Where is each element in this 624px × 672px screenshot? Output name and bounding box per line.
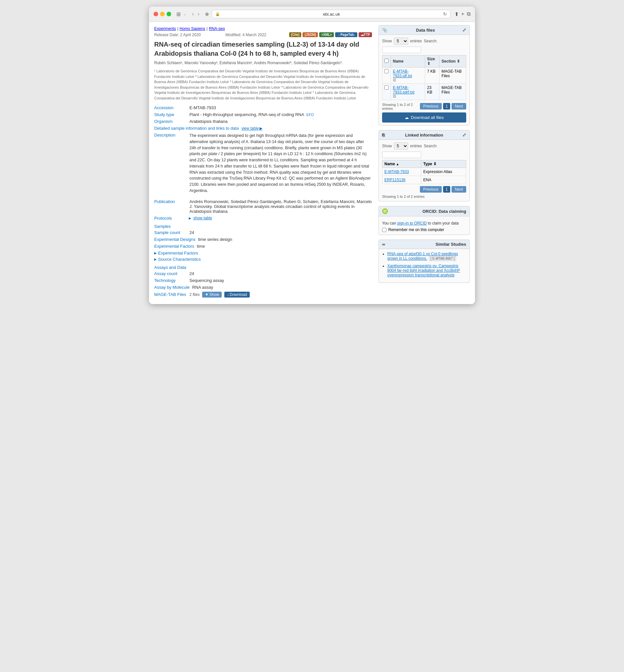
study-type-row: Study type Plant - High-throughput seque… xyxy=(154,112,372,117)
remember-me-checkbox[interactable] xyxy=(382,228,386,232)
next-button[interactable]: Next xyxy=(451,103,466,109)
page-number: 1 xyxy=(443,103,450,109)
file-name-link[interactable]: E-MTAB-7933.sdrf.txt xyxy=(393,85,414,95)
browser-actions: ⬆ + ⧉ xyxy=(454,11,470,17)
li-previous-button[interactable]: Previous xyxy=(420,186,442,193)
li-entries-select[interactable]: 51025 xyxy=(394,142,408,150)
similar-studies-icon: ∞ xyxy=(382,242,385,247)
file-name-link[interactable]: E-MTAB-7933.idf.txt xyxy=(393,69,412,78)
description-section: Description The experiment was designed … xyxy=(154,133,372,197)
li-name-cell: ERP115136 xyxy=(383,176,421,184)
close-button[interactable] xyxy=(154,12,158,16)
previous-button[interactable]: Previous xyxy=(420,103,442,109)
breadcrumb-experiments[interactable]: Experiments xyxy=(154,26,176,31)
forward-button[interactable]: › xyxy=(196,10,201,18)
entries-label: entries xyxy=(410,39,422,43)
row-checkbox[interactable] xyxy=(384,85,389,90)
download-files-button[interactable]: ↓ Download xyxy=(224,292,250,298)
samples-header: Samples xyxy=(154,224,372,229)
table-row: E-MTAB-7933.idf.txt 🖼 7 KB MAGE-TAB File… xyxy=(383,68,466,84)
table-row: ERP115136 ENA xyxy=(383,176,466,184)
li-search-label: Search: xyxy=(424,144,437,148)
share-button[interactable]: ⬆ xyxy=(454,11,459,17)
json-button[interactable]: {JSON} xyxy=(303,32,318,37)
data-files-expand-icon[interactable]: ⤢ xyxy=(462,27,466,33)
entries-select[interactable]: 51025 xyxy=(394,37,408,45)
file-name-cell: E-MTAB-7933.sdrf.txt 🖼 xyxy=(391,84,425,100)
expand-arrow-icon: ▶ xyxy=(154,251,157,255)
tabs-button[interactable]: ⧉ xyxy=(467,11,470,17)
protocols-label: Protocols xyxy=(154,216,187,221)
li-next-button[interactable]: Next xyxy=(451,186,466,193)
show-table-link[interactable]: show table xyxy=(193,216,212,220)
linked-info-pagination: Previous 1 Next xyxy=(382,186,466,193)
authors-text: Rubén Schlaen¹, Marcelo Yanovsky², Estef… xyxy=(154,61,343,65)
ftp-button[interactable]: ☁FTP xyxy=(359,32,372,37)
show-files-button[interactable]: ▼ ▼ Show Show xyxy=(202,292,222,298)
search-label: Search: xyxy=(424,39,437,43)
mage-tab-row: MAGE-TAB Files 2 files ▼ ▼ Show Show ↓ D… xyxy=(154,292,372,298)
url-bar[interactable]: 🔒 ebi.ac.uk ↻ xyxy=(212,10,450,18)
exp-designs-label: Experimental Designs xyxy=(154,237,195,242)
arrow-icon: ▶ xyxy=(260,126,262,131)
format-buttons: [Cite] {JSON} <XML> →PageTab↓ ☁FTP xyxy=(289,32,372,37)
organism-value: Arabidopsis thaliana xyxy=(189,119,228,124)
back-button[interactable]: ‹ xyxy=(190,10,195,18)
study-link-2[interactable]: Xanthomonas campestris pv. Campestris 80… xyxy=(387,264,460,277)
data-files-pagination: Showing 1 to 2 of 2 entries Previous 1 N… xyxy=(382,102,466,110)
li-name-link[interactable]: E-MTAB-7933 xyxy=(384,169,409,174)
traffic-lights xyxy=(154,12,171,16)
authors: Rubén Schlaen¹, Marcelo Yanovsky², Estef… xyxy=(154,61,372,65)
linked-info-title: Linked Information xyxy=(405,133,443,137)
reload-icon[interactable]: ↻ xyxy=(443,11,447,17)
experimental-factors-expand[interactable]: ▶ Experimental Factors xyxy=(154,251,372,256)
page-content: Experiments | Homo Sapiens | RNA-seq Rel… xyxy=(149,22,475,304)
assay-molecule-label: Assay by Molecule xyxy=(154,285,189,290)
source-characteristics-label: Source Characteristics xyxy=(158,257,201,262)
orcid-signin-link[interactable]: sign-in to ORCID xyxy=(397,221,427,225)
protocols-row: Protocols ▶ show table xyxy=(154,216,372,221)
detailed-row: Detailed sample information and links to… xyxy=(154,126,372,131)
li-search-input[interactable] xyxy=(382,152,421,158)
row-checkbox-cell xyxy=(383,68,391,84)
breadcrumb-homo[interactable]: Homo Sapiens xyxy=(180,26,205,31)
li-showing: Showing 1 to 2 of 2 entries xyxy=(382,194,466,198)
pagetab-button[interactable]: →PageTab↓ xyxy=(335,32,357,37)
cite-button[interactable]: [Cite] xyxy=(289,32,302,37)
linked-info-controls: Show 51025 entries Search: xyxy=(382,142,466,158)
new-tab-button[interactable]: + xyxy=(461,11,464,17)
data-files-header: 📎 Data files ⤢ xyxy=(379,25,469,35)
show-table-arrow: ▶ xyxy=(189,216,191,220)
li-name-link[interactable]: ERP115136 xyxy=(384,178,406,182)
publication-label: Publication xyxy=(154,199,187,204)
linked-info-header: ⎘ Linked Information ⤢ xyxy=(379,130,469,140)
select-all-checkbox[interactable] xyxy=(384,59,389,63)
efo-link[interactable]: EFO xyxy=(307,113,314,117)
download-all-button[interactable]: ☁ Download all files xyxy=(382,112,466,123)
li-type-header[interactable]: Type ⇕ xyxy=(421,160,466,168)
study-type-value: Plant - High-throughput sequencing, RNA-… xyxy=(189,112,314,117)
exp-designs-value: time series design xyxy=(198,237,232,242)
xml-button[interactable]: <XML> xyxy=(319,32,334,37)
shield-icon: ⊕ xyxy=(205,11,209,17)
li-name-header[interactable]: Name xyxy=(383,160,421,168)
breadcrumb-rnaseq[interactable]: RNA-seq xyxy=(209,26,225,31)
assay-count-row: Assay count 24 xyxy=(154,271,372,276)
row-checkbox[interactable] xyxy=(384,69,389,73)
sidebar-toggle-icon[interactable]: ⊞ xyxy=(176,11,181,17)
download-icon: ↓ xyxy=(227,292,229,297)
linked-info-body: Show 51025 entries Search: Name Type ⇕ xyxy=(379,140,469,201)
files-count: 2 files xyxy=(189,292,200,297)
row-checkbox-cell xyxy=(383,84,391,100)
linked-info-expand-icon[interactable]: ⤢ xyxy=(462,132,466,137)
search-input[interactable] xyxy=(382,47,421,53)
maximize-button[interactable] xyxy=(166,12,171,16)
view-table-link[interactable]: view table ▶ xyxy=(241,126,262,131)
file-icon: 🖼 xyxy=(393,78,423,82)
linked-info-icon: ⎘ xyxy=(382,133,385,137)
meta-bar: Release Date: 2 April 2020 Modified: 4 M… xyxy=(154,32,372,37)
source-characteristics-expand[interactable]: ▶ Source Characteristics xyxy=(154,257,372,262)
similar-studies-body: RNA-seq of atspf30-1 vs Col-0 seedlings … xyxy=(379,249,469,283)
linked-info-panel: ⎘ Linked Information ⤢ Show 51025 entrie… xyxy=(379,130,470,201)
minimize-button[interactable] xyxy=(160,12,165,16)
